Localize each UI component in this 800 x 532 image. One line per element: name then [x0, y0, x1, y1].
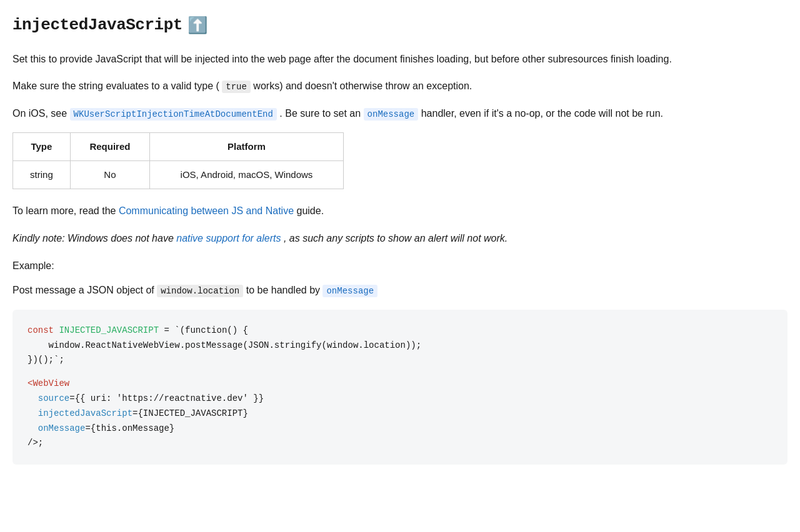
page-title: injectedJavaScript [12, 12, 182, 39]
learn-more-prefix: To learn more, read the [12, 205, 119, 216]
learn-more-paragraph: To learn more, read the Communicating be… [12, 203, 788, 219]
code-line-3: })();`; [28, 353, 772, 368]
code-block: const INJECTED_JAVASCRIPT = `(function()… [12, 310, 788, 465]
example-label: Example: [12, 258, 788, 274]
p2-suffix: works) and doesn't otherwise throw an ex… [253, 81, 472, 91]
code-line-5: source={{ uri: 'https://reactnative.dev'… [28, 392, 772, 406]
injected-js-attr: injectedJavaScript [38, 408, 132, 418]
window-location-code: window.location [157, 285, 243, 297]
wkuserscript-link[interactable]: WKUserScriptInjectionTimeAtDocumentEnd [70, 108, 277, 121]
code-line-7: onMessage={this.onMessage} [28, 421, 772, 436]
note-prefix: Kindly note: Windows does not have [12, 233, 176, 244]
true-code: true [222, 81, 251, 93]
code-line-2: window.ReactNativeWebView.postMessage(JS… [28, 338, 772, 353]
paragraph-1: Set this to provide JavaScript that will… [12, 51, 788, 67]
cell-type: string [13, 161, 71, 189]
post-message-middle: to be handled by [246, 285, 323, 295]
code-line-1: const INJECTED_JAVASCRIPT = `(function()… [28, 323, 772, 338]
post-message-line: Post message a JSON object of window.loc… [12, 282, 788, 298]
const-keyword: const [28, 325, 54, 335]
up-arrow-icon: ⬆️ [188, 12, 208, 39]
onmessage-attr: onMessage [38, 423, 86, 433]
cell-platform: iOS, Android, macOS, Windows [149, 161, 343, 189]
onmessage-code-1: onMessage [364, 108, 419, 121]
col-platform: Platform [149, 133, 343, 161]
table-row: string No iOS, Android, macOS, Windows [13, 161, 344, 189]
title-row: injectedJavaScript ⬆️ [12, 12, 788, 39]
code-line-6: injectedJavaScript={INJECTED_JAVASCRIPT} [28, 406, 772, 421]
p3-middle: . Be sure to set an [279, 108, 363, 119]
page-content: injectedJavaScript ⬆️ Set this to provid… [12, 12, 788, 465]
note-suffix: , as such any scripts to show an alert w… [284, 233, 508, 244]
cell-required: No [70, 161, 149, 189]
props-table: Type Required Platform string No iOS, An… [12, 132, 344, 189]
code-line-4: <WebView [28, 377, 772, 392]
col-type: Type [13, 133, 71, 161]
communicating-link[interactable]: Communicating between JS and Native [119, 205, 294, 216]
paragraph-2: Make sure the string evaluates to a vali… [12, 78, 788, 94]
source-attr: source [38, 393, 69, 403]
p3-prefix: On iOS, see [12, 108, 70, 119]
p3-suffix: handler, even if it's a no-op, or the co… [421, 108, 663, 119]
code-line-8: />; [28, 436, 772, 451]
note-paragraph: Kindly note: Windows does not have nativ… [12, 230, 788, 247]
empty-line-1 [28, 368, 772, 377]
p2-prefix: Make sure the string evaluates to a vali… [12, 81, 219, 91]
paragraph-3: On iOS, see WKUserScriptInjectionTimeAtD… [12, 106, 788, 122]
native-support-link[interactable]: native support for alerts [176, 233, 281, 244]
webview-open-tag: <WebView [28, 378, 69, 388]
col-required: Required [70, 133, 149, 161]
injected-js-var: INJECTED_JAVASCRIPT [59, 325, 159, 335]
post-message-prefix: Post message a JSON object of [12, 285, 157, 295]
learn-more-suffix: guide. [296, 205, 324, 216]
table-header-row: Type Required Platform [13, 133, 344, 161]
onmessage-code-2: onMessage [322, 285, 378, 297]
